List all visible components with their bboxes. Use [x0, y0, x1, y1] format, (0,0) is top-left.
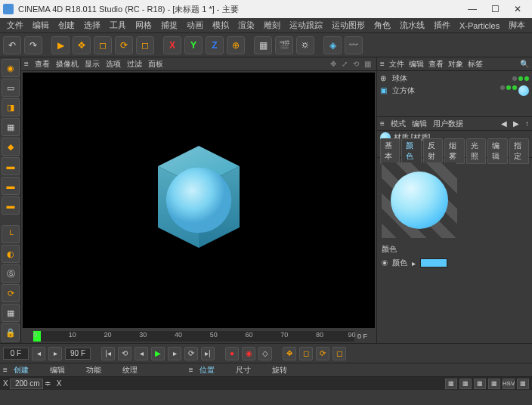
menu-simulate[interactable]: 模拟 — [209, 18, 233, 32]
vp-menu-display[interactable]: 显示 — [85, 59, 100, 70]
add-spline-button[interactable]: 〰 — [345, 36, 363, 54]
render-view-button[interactable]: ▦ — [254, 36, 272, 54]
axis-y-toggle[interactable]: Y — [184, 36, 203, 54]
menu-snap[interactable]: 捕捉 — [157, 18, 181, 32]
mat-menu-texture[interactable]: 纹理 — [116, 363, 144, 377]
menu-select[interactable]: 选择 — [80, 18, 104, 32]
coord-tab-rotation[interactable]: 旋转 — [266, 363, 293, 377]
mat-menu-function[interactable]: 功能 — [80, 363, 107, 377]
start-frame-input[interactable] — [3, 348, 29, 360]
om-menu-object[interactable]: 对象 — [448, 59, 463, 70]
render-picture-button[interactable]: 🎬 — [275, 36, 293, 54]
vp-layout-icon[interactable]: ▦ — [364, 60, 373, 69]
color-enable-radio[interactable] — [382, 260, 388, 266]
menu-edit[interactable]: 编辑 — [29, 18, 53, 32]
menu-animate[interactable]: 动画 — [183, 18, 207, 32]
object-name[interactable]: 球体 — [392, 73, 407, 84]
status-icon-4[interactable]: ▦ — [488, 379, 500, 389]
om-menu-file[interactable]: 文件 — [389, 59, 404, 70]
coord-spinner-icon[interactable]: ≑ — [45, 379, 51, 388]
vp-menu-filter[interactable]: 过滤 — [127, 59, 142, 70]
redo-button[interactable]: ↷ — [24, 36, 42, 54]
axis-z-toggle[interactable]: Z — [206, 36, 224, 54]
status-icon-6[interactable]: ▦ — [517, 379, 529, 389]
status-icon-2[interactable]: ▦ — [459, 379, 472, 389]
coord-system-toggle[interactable]: ⊕ — [227, 36, 245, 54]
goto-start-button[interactable]: |◂ — [101, 347, 115, 360]
key-rot-button[interactable]: ⟳ — [316, 347, 329, 360]
scale-tool[interactable]: ◻ — [94, 36, 112, 54]
attr-next-icon[interactable]: ▶ — [513, 119, 519, 128]
lock-button[interactable]: 🔒 — [2, 323, 20, 342]
range-prev-button[interactable]: ◂ — [32, 347, 45, 360]
axis-x-toggle[interactable]: X — [163, 36, 181, 54]
polygon-mode-button[interactable]: ▬ — [2, 196, 20, 215]
vp-pan-icon[interactable]: ✥ — [330, 60, 339, 69]
record-button[interactable]: ● — [225, 347, 239, 360]
status-icon-3[interactable]: ▦ — [474, 379, 486, 389]
viewport-3d[interactable] — [23, 73, 375, 328]
undo-button[interactable]: ↶ — [3, 36, 21, 54]
axis-tool-button[interactable]: └ — [2, 225, 20, 243]
coord-tab-position[interactable]: 位置 — [193, 363, 221, 377]
menu-sculpt[interactable]: 雕刻 — [260, 18, 284, 32]
menu-character[interactable]: 角色 — [370, 18, 394, 32]
menu-pipeline[interactable]: 流水线 — [396, 18, 428, 32]
misc-tool-button[interactable]: ▦ — [2, 304, 20, 322]
coord-x-value[interactable]: 200 cm — [10, 379, 43, 389]
end-frame-input[interactable] — [65, 348, 91, 360]
menu-script[interactable]: 脚本 — [505, 18, 529, 32]
live-select-tool[interactable]: ▶ — [51, 36, 70, 54]
attr-up-icon[interactable]: ↑ — [525, 119, 529, 128]
next-frame-button[interactable]: ▸ — [168, 347, 181, 360]
edge-mode-button[interactable]: ▬ — [2, 177, 20, 195]
mat-menu-edit[interactable]: 编辑 — [44, 363, 71, 377]
material-tag-icon[interactable] — [518, 85, 529, 96]
snap-toggle-button[interactable]: Ⓢ — [2, 264, 20, 283]
vp-nav-icon[interactable]: ≡ — [24, 60, 29, 68]
attr-menu-edit[interactable]: 编辑 — [412, 119, 427, 129]
vp-menu-panel[interactable]: 面板 — [148, 59, 163, 70]
soft-select-button[interactable]: ⟳ — [2, 284, 20, 302]
minimize-button[interactable]: — — [461, 2, 484, 17]
menu-render[interactable]: 渲染 — [234, 18, 258, 32]
menu-plugins[interactable]: 插件 — [430, 18, 454, 32]
vp-menu-view[interactable]: 查看 — [35, 59, 50, 70]
vp-zoom-icon[interactable]: ⤢ — [342, 60, 351, 69]
attr-menu-userdata[interactable]: 用户数据 — [433, 119, 463, 129]
om-search-icon[interactable]: 🔍 — [520, 60, 529, 68]
object-manager-list[interactable]: ⊕ 球体 ▣ 立方体 — [377, 71, 532, 116]
add-primitive-button[interactable]: ◈ — [323, 36, 342, 54]
key-scale-button[interactable]: ◻ — [299, 347, 313, 360]
rotate-tool[interactable]: ⟳ — [115, 36, 133, 54]
menu-motiontrack[interactable]: 运动跟踪 — [286, 18, 326, 32]
prev-frame-button[interactable]: ◂ — [135, 347, 148, 360]
object-name[interactable]: 立方体 — [392, 85, 415, 96]
coord-tab-size[interactable]: 尺寸 — [230, 363, 257, 377]
workplane-button[interactable]: ◆ — [2, 138, 20, 156]
next-key-button[interactable]: ⟳ — [184, 347, 198, 360]
texture-mode-button[interactable]: ◨ — [2, 98, 20, 116]
vp-menu-camera[interactable]: 摄像机 — [56, 59, 79, 70]
om-menu-view[interactable]: 查看 — [428, 59, 444, 70]
timeline-ruler[interactable]: 0 10 20 30 40 50 60 70 80 90 0 F — [21, 329, 376, 343]
object-row-cube[interactable]: ▣ 立方体 — [380, 85, 529, 97]
last-tool[interactable]: ◻ — [136, 36, 154, 54]
range-next-button[interactable]: ▸ — [48, 347, 62, 360]
object-mode-button[interactable]: ▭ — [2, 79, 20, 97]
status-hsv-button[interactable]: HSV — [503, 379, 515, 389]
tweak-mode-button[interactable]: ◐ — [2, 245, 20, 263]
menu-file[interactable]: 文件 — [3, 18, 27, 32]
attr-menu-mode[interactable]: 模式 — [391, 119, 406, 129]
color-chevron-icon[interactable]: ▸ — [412, 259, 416, 267]
om-nav-icon[interactable]: ≡ — [380, 60, 385, 68]
key-pos-button[interactable]: ✥ — [283, 347, 296, 360]
mat-menu-create[interactable]: 创建 — [8, 363, 35, 377]
close-button[interactable]: ✕ — [506, 2, 529, 17]
color-swatch[interactable] — [420, 258, 447, 267]
status-icon-1[interactable]: ▦ — [445, 379, 457, 389]
menu-mesh[interactable]: 网格 — [131, 18, 156, 32]
autokey-button[interactable]: ◉ — [242, 347, 255, 360]
model-mode-button[interactable]: ◉ — [2, 59, 20, 77]
vp-menu-options[interactable]: 选项 — [106, 59, 121, 70]
